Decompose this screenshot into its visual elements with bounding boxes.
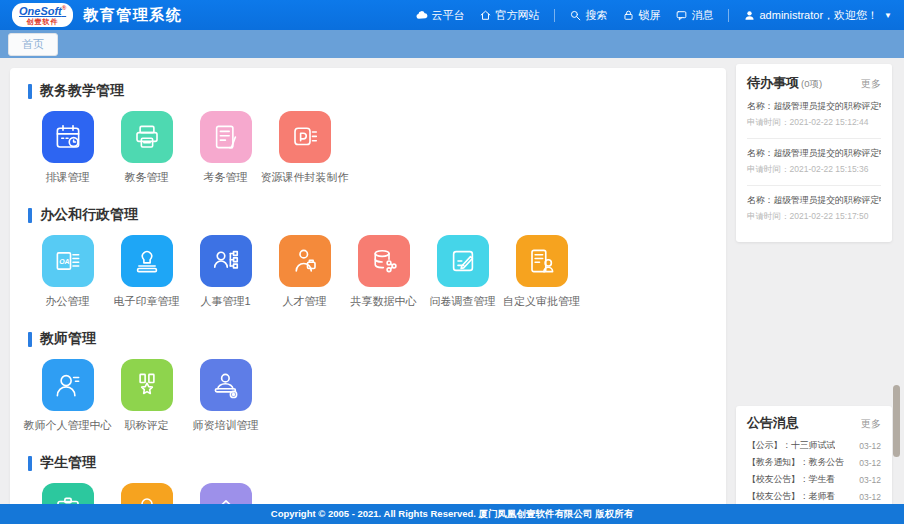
svg-text:OA: OA [59,258,69,265]
notice-more-link[interactable]: 更多 [861,417,881,431]
oa-icon: OA [53,246,83,276]
tab-home[interactable]: 首页 [8,33,58,56]
app-header: OneSoft® 创壹软件 教育管理系统 云平台官方网站搜索锁屏消息admini… [0,0,904,30]
scrollbar-thumb[interactable] [893,385,900,457]
section-title: 教务教学管理 [40,82,124,100]
todo-name: 名称：超级管理员提交的职称评定申请 [747,194,881,206]
todo-more-link[interactable]: 更多 [861,77,881,91]
nav-item-official-site[interactable]: 官方网站 [479,8,540,23]
nav-item-lock-screen[interactable]: 锁屏 [622,8,661,23]
todo-item[interactable]: 名称：超级管理员提交的职称评定申请申请时间：2021-02-22 15:15:3… [747,139,881,186]
app-label: 职称评定 [125,419,169,432]
notice-text: 【教务通知】：教务公告 [747,456,844,469]
user-menu[interactable]: administrator，欢迎您！▼ [743,8,893,23]
notice-item[interactable]: 【教务通知】：教务公告03-12 [747,454,881,471]
app-item-schedule[interactable]: 排课管理 [28,111,107,184]
section-accent-bar [28,332,32,347]
tab-bar: 首页 [0,30,904,58]
nav-item-search[interactable]: 搜索 [569,8,608,23]
app-icon-tile [437,235,489,287]
todo-item[interactable]: 名称：超级管理员提交的职称评定申请申请时间：2021-02-22 15:12:4… [747,92,881,139]
lock-icon [622,9,635,22]
page-title: 教育管理系统 [83,6,182,25]
brand-subtitle: 创壹软件 [27,18,59,25]
section: 教务教学管理排课管理教务管理考务管理资源课件封装制作 [28,82,716,184]
exam-icon [211,122,241,152]
app-label: 自定义审批管理 [503,295,580,308]
app-icon-tile [200,111,252,163]
app-label: 师资培训管理 [193,419,259,432]
app-icon-tile: OA [42,235,94,287]
todo-panel-title: 待办事项(0项) [747,74,822,92]
app-label: 考务管理 [204,171,248,184]
app-item-badge-star[interactable]: 职称评定 [107,359,186,432]
app-item-stamp[interactable]: 电子印章管理 [107,235,186,308]
app-label: 教师个人管理中心 [24,419,112,432]
app-item-training[interactable]: 师资培训管理 [186,359,265,432]
notice-date: 03-12 [859,492,881,502]
app-icon-tile [358,235,410,287]
section-accent-bar [28,208,32,223]
notice-date: 03-12 [859,475,881,485]
section-title: 学生管理 [40,454,96,472]
section-title: 办公和行政管理 [40,206,138,224]
nav-divider [728,9,729,22]
nav-item-messages[interactable]: 消息 [675,8,714,23]
cloud-icon [415,9,428,22]
app-icon-tile [200,235,252,287]
app-item-database-share[interactable]: 共享数据中心 [344,235,423,308]
user-icon [743,9,756,22]
notice-item[interactable]: 【公示】：十三师试试03-12 [747,437,881,454]
app-item-org[interactable]: 人事管理1 [186,235,265,308]
copyright-text: Copyright © 2005 - 2021. All Rights Rese… [271,508,633,521]
section-accent-bar [28,456,32,471]
app-item-ppt[interactable]: 资源课件封装制作 [265,111,344,184]
todo-time: 申请时间：2021-02-22 15:15:36 [747,164,881,176]
footer: Copyright © 2005 - 2021. All Rights Rese… [0,504,904,524]
org-icon [211,246,241,276]
chevron-down-icon: ▼ [884,11,892,20]
brand-logo[interactable]: OneSoft® 创壹软件 [12,3,73,27]
section: 教师管理教师个人管理中心职称评定师资培训管理 [28,330,716,432]
todo-time: 申请时间：2021-02-22 15:12:44 [747,117,881,129]
todo-name: 名称：超级管理员提交的职称评定申请 [747,100,881,112]
app-item-oa[interactable]: OA办公管理 [28,235,107,308]
section-accent-bar [28,84,32,99]
ppt-icon [290,122,320,152]
notice-item[interactable]: 【校友公告】：老师看03-12 [747,488,881,505]
section: 办公和行政管理OA办公管理电子印章管理人事管理1人才管理共享数据中心问卷调查管理… [28,206,716,308]
app-item-exam[interactable]: 考务管理 [186,111,265,184]
notice-panel-title: 公告消息 [747,414,799,432]
notice-item[interactable]: 【校友公告】：学生看03-12 [747,471,881,488]
app-item-survey[interactable]: 问卷调查管理 [423,235,502,308]
app-item-approval[interactable]: 自定义审批管理 [502,235,581,308]
notice-date: 03-12 [859,441,881,451]
app-icon-tile [279,235,331,287]
sections: 教务教学管理排课管理教务管理考务管理资源课件封装制作办公和行政管理OA办公管理电… [28,82,716,524]
search-icon [569,9,582,22]
notice-text: 【公示】：十三师试试 [747,439,835,452]
stamp-icon [132,246,162,276]
app-label: 教务管理 [125,171,169,184]
registered-mark: ® [62,5,66,11]
app-item-talent[interactable]: 人才管理 [265,235,344,308]
app-label: 问卷调查管理 [430,295,496,308]
nav-item-cloud-platform[interactable]: 云平台 [415,8,465,23]
app-icon-tile [121,359,173,411]
app-label: 排课管理 [46,171,90,184]
approval-icon [527,246,557,276]
home-icon [479,9,492,22]
person-card-icon [53,370,83,400]
app-label: 共享数据中心 [351,295,417,308]
app-item-printer[interactable]: 教务管理 [107,111,186,184]
todo-count: (0项) [801,78,822,89]
todo-item[interactable]: 名称：超级管理员提交的职称评定申请申请时间：2021-02-22 15:17:5… [747,186,881,232]
training-icon [211,370,241,400]
app-icon-tile [516,235,568,287]
app-icon-tile [121,111,173,163]
app-icon-tile [42,359,94,411]
notice-text: 【校友公告】：老师看 [747,490,835,503]
app-item-person-card[interactable]: 教师个人管理中心 [28,359,107,432]
notice-date: 03-12 [859,458,881,468]
todo-name: 名称：超级管理员提交的职称评定申请 [747,147,881,159]
